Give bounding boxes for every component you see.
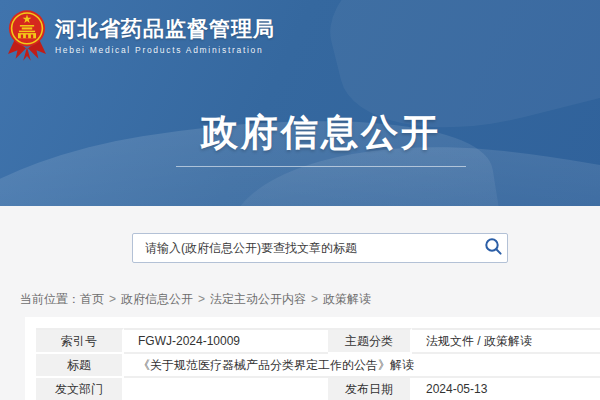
site-logo-text: 河北省药品监督管理局 Hebei Medical Products Admini… (55, 15, 275, 55)
search-input[interactable] (133, 234, 479, 262)
national-emblem-icon (8, 8, 46, 62)
search-box (132, 233, 508, 263)
table-row-title: 标题 《关于规范医疗器械产品分类界定工作的公告》解读 (36, 354, 600, 378)
banner-divider (176, 166, 466, 167)
publish-date-value: 2024-05-13 (412, 378, 600, 400)
title-value: 《关于规范医疗器械产品分类界定工作的公告》解读 (124, 354, 600, 378)
breadcrumb-separator: > (198, 292, 205, 306)
subject-category-label: 主题分类 (328, 328, 412, 354)
content-panel: 索引号 FGWJ-2024-10009 主题分类 法规文件 / 政策解读 标题 … (25, 317, 600, 400)
breadcrumb-prefix: 当前位置： (20, 292, 80, 306)
table-row-index: 索引号 FGWJ-2024-10009 主题分类 法规文件 / 政策解读 (36, 328, 600, 354)
breadcrumb-item-gov-info[interactable]: 政府信息公开 (121, 292, 193, 306)
title-label: 标题 (36, 354, 124, 378)
breadcrumb: 当前位置：首页>政府信息公开>法定主动公开内容>政策解读 (20, 291, 371, 308)
index-number-label: 索引号 (36, 328, 124, 354)
org-name-zh: 河北省药品监督管理局 (55, 15, 275, 42)
issuing-department-label: 发文部门 (36, 378, 124, 400)
breadcrumb-item-policy-interpretation[interactable]: 政策解读 (323, 292, 371, 306)
breadcrumb-separator: > (109, 292, 116, 306)
publish-date-label: 发布日期 (328, 378, 412, 400)
org-name-en: Hebei Medical Products Administration (55, 45, 275, 55)
index-number-value: FGWJ-2024-10009 (124, 328, 328, 354)
table-row-department: 发文部门 发布日期 2024-05-13 (36, 378, 600, 400)
subject-category-value: 法规文件 / 政策解读 (412, 328, 600, 354)
breadcrumb-item-disclosure-content[interactable]: 法定主动公开内容 (210, 292, 306, 306)
site-logo[interactable]: 河北省药品监督管理局 Hebei Medical Products Admini… (8, 8, 275, 62)
breadcrumb-item-home[interactable]: 首页 (80, 292, 104, 306)
banner-title-block: 政府信息公开 (176, 114, 466, 167)
hero-banner: 河北省药品监督管理局 Hebei Medical Products Admini… (0, 0, 600, 206)
issuing-department-value (124, 378, 328, 400)
page-banner-title: 政府信息公开 (176, 114, 466, 151)
search-button[interactable] (479, 234, 507, 262)
document-info-table: 索引号 FGWJ-2024-10009 主题分类 法规文件 / 政策解读 标题 … (36, 328, 600, 400)
breadcrumb-separator: > (311, 292, 318, 306)
search-icon (484, 237, 503, 259)
